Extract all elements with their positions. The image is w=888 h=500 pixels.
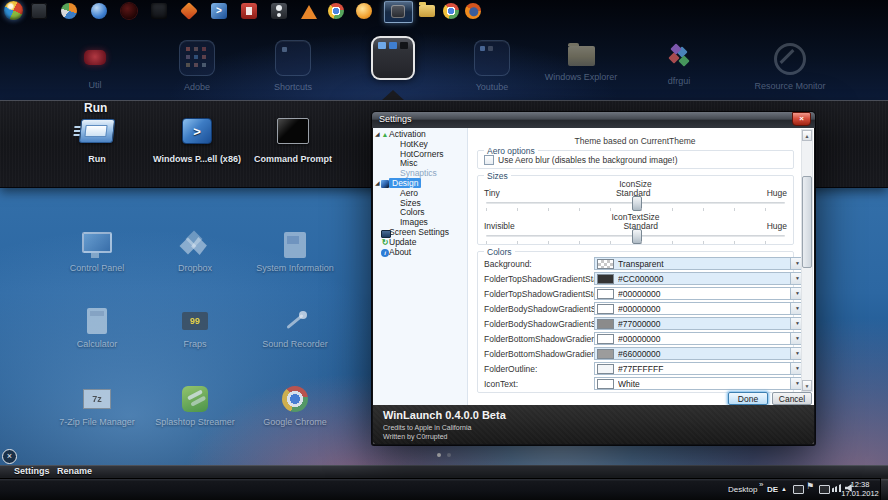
slider-min-label: Tiny [484, 188, 500, 198]
tree-item-hotcorners[interactable]: HotCorners [373, 150, 467, 160]
tree-item-about[interactable]: i About [373, 248, 467, 258]
taskbar-icon-chrome[interactable] [328, 3, 344, 19]
icon-size-slider[interactable] [486, 202, 785, 204]
taskbar-icon-swirl-app[interactable] [356, 3, 372, 19]
explorer-folder-icon [568, 46, 595, 66]
folder-resource-monitor[interactable]: Resource Monitor [745, 40, 835, 91]
taskbar-icon-photoshop[interactable] [121, 3, 137, 19]
folder-label: Adobe [152, 82, 242, 92]
taskbar-icon-explorer-folder[interactable] [419, 5, 435, 17]
folder-bottom-shadow-stop-combobox[interactable]: #66000000 ▼ [594, 347, 806, 360]
color-row-label: FolderTopShadowGradientStop: [484, 289, 605, 299]
launchpad-close-button[interactable]: × [2, 449, 17, 464]
desktop-icon-label: Calculator [41, 339, 153, 349]
taskbar-icon-vlc[interactable] [301, 5, 317, 19]
tree-item-label: Aero [400, 188, 418, 198]
cancel-button[interactable]: Cancel [772, 392, 812, 405]
7zip-icon: 7z [83, 389, 111, 409]
aero-blur-checkbox[interactable] [484, 155, 494, 165]
color-row-label: FolderOutline: [484, 364, 537, 374]
tree-item-design-selected[interactable]: ◢ Design [373, 179, 467, 189]
content-scrollbar[interactable]: ▲ ▼ [801, 129, 813, 392]
tray-action-center-flag-icon[interactable]: ⚑ [806, 481, 814, 491]
desktop-icon-control-panel[interactable]: Control Panel [41, 222, 153, 273]
start-button[interactable] [4, 1, 23, 20]
author-line: Written by C0rrupted [383, 433, 447, 440]
taskbar-icon-chrome-alt[interactable] [443, 3, 459, 19]
folder-bottom-shadow-start-combobox[interactable]: #00000000 ▼ [594, 332, 806, 345]
page-dot[interactable] [447, 453, 451, 457]
folder-top-shadow-start-combobox[interactable]: #CC000000 ▼ [594, 272, 806, 285]
scroll-down-button[interactable]: ▼ [802, 380, 812, 391]
launchpad-rename-button[interactable]: Rename [57, 466, 92, 476]
color-value: #00000000 [618, 289, 790, 299]
chrome-icon [282, 386, 308, 412]
color-swatch [597, 304, 614, 314]
background-color-combobox[interactable]: Transparent ▼ [594, 257, 806, 270]
tray-device-icon[interactable] [819, 485, 830, 494]
color-row-label: FolderBodyShadowGradientStop: [484, 319, 611, 329]
expander-icon[interactable]: ◢ [375, 179, 380, 189]
theme-header: Theme based on CurrentTheme [469, 136, 801, 146]
hidden-icons-arrow[interactable]: ▲ [781, 486, 787, 492]
folder-youtube[interactable]: Youtube [447, 40, 537, 92]
folder-dfrgui[interactable]: dfrgui [634, 40, 724, 86]
desktop-icon-dropbox[interactable]: Dropbox [139, 222, 251, 273]
folder-label: Windows Explorer [536, 72, 626, 82]
taskbar-icon-firefox[interactable] [465, 3, 481, 19]
color-value: Transparent [618, 259, 790, 269]
desktop-icon-fraps[interactable]: 99 Fraps [139, 298, 251, 349]
taskbar-icon-youtube-app[interactable] [241, 3, 257, 19]
settings-titlebar[interactable]: Settings × [372, 112, 815, 128]
window-close-button[interactable]: × [792, 112, 811, 126]
folder-item-command-prompt[interactable]: Command Prompt [233, 115, 353, 164]
desktop-icon-splashtop[interactable]: Splashtop Streamer [139, 376, 251, 427]
fraps-icon: 99 [182, 312, 208, 330]
run-icon [79, 119, 116, 143]
icon-text-size-slider[interactable] [486, 235, 785, 237]
colors-group: Colors Background: Transparent ▼ FolderT… [477, 251, 794, 393]
scrollbar-thumb[interactable] [802, 176, 812, 268]
taskbar-icon-globe-browser[interactable] [91, 3, 107, 19]
desktop-icon-sound-recorder[interactable]: Sound Recorder [239, 298, 351, 349]
folder-windows-explorer[interactable]: Windows Explorer [536, 40, 626, 82]
folder-body-shadow-stop-combobox[interactable]: #77000000 ▼ [594, 317, 806, 330]
control-panel-icon [82, 232, 112, 253]
desktop-toolbar-label[interactable]: Desktop [728, 485, 757, 494]
color-row-label: Background: [484, 259, 532, 269]
folder-shortcuts[interactable]: Shortcuts [248, 40, 338, 92]
scroll-up-button[interactable]: ▲ [802, 130, 812, 141]
taskbar-icon-app-grid[interactable] [31, 3, 47, 19]
tree-item-label: About [389, 247, 411, 257]
desktop-icon-google-chrome[interactable]: Google Chrome [239, 376, 351, 427]
desktop-icon-calculator[interactable]: Calculator [41, 298, 153, 349]
show-desktop-button[interactable] [880, 478, 888, 500]
desktop-icon-label: 7-Zip File Manager [41, 417, 153, 427]
folder-body-shadow-start-combobox[interactable]: #00000000 ▼ [594, 302, 806, 315]
folder-outline-combobox[interactable]: #77FFFFFF ▼ [594, 362, 806, 375]
taskbar-clock[interactable]: 12:38 17.01.2012 [838, 480, 882, 498]
taskbar-icon-winlaunch-active[interactable] [384, 1, 413, 23]
expander-icon[interactable]: ◢ [375, 130, 380, 140]
folder-util[interactable]: Util [50, 40, 140, 90]
folder-run-selected[interactable] [348, 40, 438, 80]
toolbar-chevron-icon[interactable]: » [759, 480, 763, 489]
tray-display-icon[interactable] [793, 485, 804, 494]
done-button[interactable]: Done [728, 392, 768, 405]
taskbar-icon-powershell[interactable]: > [211, 3, 227, 19]
slider-min-label: Invisible [484, 221, 515, 231]
language-indicator[interactable]: DE [767, 485, 778, 494]
taskbar-icon-person-app[interactable] [271, 3, 287, 19]
desktop-icon-system-information[interactable]: System Information [239, 222, 351, 273]
taskbar-icon-media-player[interactable] [61, 3, 77, 19]
taskbar-icon-sk-app[interactable] [151, 3, 167, 19]
tree-item-update[interactable]: ↻ Update [373, 238, 467, 248]
launchpad-settings-button[interactable]: Settings [14, 466, 50, 476]
icon-text-color-combobox[interactable]: White ▼ [594, 377, 806, 390]
folder-top-shadow-stop-combobox[interactable]: #00000000 ▼ [594, 287, 806, 300]
page-dot-active[interactable] [437, 453, 441, 457]
folder-adobe[interactable]: Adobe [152, 40, 242, 92]
desktop-icon-7zip[interactable]: 7z 7-Zip File Manager [41, 376, 153, 427]
tree-item-screen-settings[interactable]: Screen Settings [373, 228, 467, 238]
adobe-folder-icon [179, 40, 215, 76]
